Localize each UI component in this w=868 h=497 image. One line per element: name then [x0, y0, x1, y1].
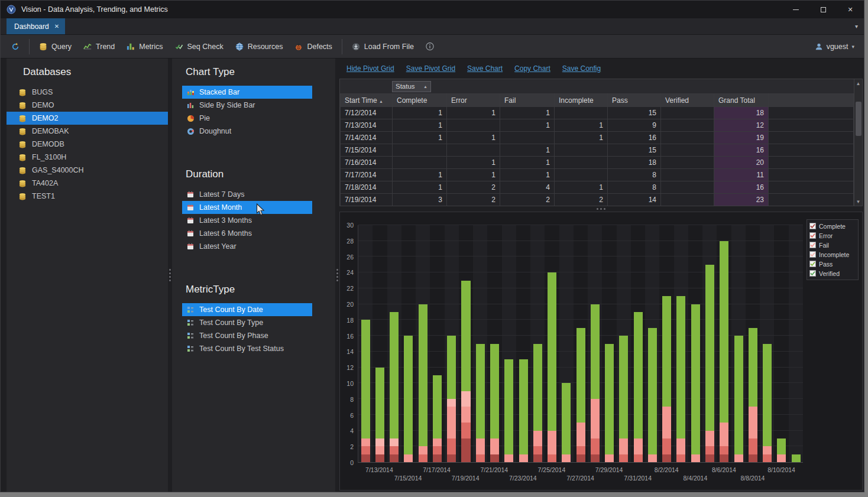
user-menu[interactable]: vguest ▾: [815, 42, 859, 51]
metric-type-test-count-by-date[interactable]: Test Count By Date: [182, 303, 312, 316]
link-copy-chart[interactable]: Copy Chart: [514, 64, 550, 73]
chart-type-doughnut[interactable]: Doughnut: [182, 125, 312, 138]
database-item-gas_s4000ch[interactable]: GAS_S4000CH: [7, 164, 168, 177]
database-item-demo[interactable]: DEMO: [7, 99, 168, 112]
legend-item-pass[interactable]: Pass: [809, 260, 856, 268]
stacked-bar-7-30-2014: [619, 225, 628, 462]
legend-checkbox[interactable]: [809, 223, 816, 229]
link-hide-pivot-grid[interactable]: Hide Pivot Grid: [346, 64, 394, 73]
legend-item-verified[interactable]: Verified: [809, 269, 856, 277]
query-button[interactable]: Query: [33, 38, 77, 55]
defects-button[interactable]: Defects: [289, 38, 338, 55]
pivot-row[interactable]: 7/16/2014111820: [341, 157, 854, 169]
cell-filler: [769, 119, 854, 132]
legend-checkbox[interactable]: [809, 251, 816, 258]
column-header-verified[interactable]: Verified: [661, 94, 714, 107]
database-item-demodb[interactable]: DEMODB: [7, 138, 168, 151]
duration-latest-6-months[interactable]: Latest 6 Months: [182, 227, 312, 240]
pivot-row[interactable]: 7/17/2014111811: [341, 169, 854, 181]
info-button[interactable]: [420, 38, 440, 55]
cell-grand-total: 16: [714, 144, 769, 157]
duration-latest-7-days[interactable]: Latest 7 Days: [182, 188, 312, 201]
duration-latest-3-months[interactable]: Latest 3 Months: [182, 214, 312, 227]
trend-button[interactable]: Trend: [77, 38, 121, 55]
legend-checkbox[interactable]: [809, 261, 816, 267]
link-save-chart[interactable]: Save Chart: [467, 64, 503, 73]
pivot-row[interactable]: 7/19/201432221423: [341, 194, 854, 206]
bar-slot: [545, 225, 559, 462]
legend-checkbox[interactable]: [809, 242, 816, 248]
duration-latest-year[interactable]: Latest Year: [182, 240, 312, 253]
database-item-demo2[interactable]: DEMO2: [7, 112, 168, 125]
toolbar-separator: [342, 39, 342, 54]
metric-type-test-count-by-type[interactable]: Test Count By Type: [182, 316, 312, 329]
scrollbar-thumb[interactable]: [856, 102, 861, 136]
column-header-grand-total[interactable]: Grand Total: [714, 94, 769, 107]
app-logo-icon: [7, 5, 16, 14]
database-item-demobak[interactable]: DEMOBAK: [7, 125, 168, 138]
chart-type-stacked-bar[interactable]: Stacked Bar: [182, 86, 312, 99]
bar-segment-fail: [476, 438, 485, 454]
legend-checkbox[interactable]: [809, 270, 816, 277]
option-label: Latest 3 Months: [199, 216, 252, 225]
database-item-ta402a[interactable]: TA402A: [7, 177, 168, 190]
databases-panel: Databases BUGSDEMODEMO2DEMOBAKDEMODBFL_3…: [7, 59, 168, 492]
duration-latest-month[interactable]: Latest Month: [182, 201, 312, 214]
chart-type-pie[interactable]: Pie: [182, 112, 312, 125]
column-header-pass[interactable]: Pass: [608, 94, 661, 107]
legend-checkbox[interactable]: [809, 232, 816, 239]
database-item-bugs[interactable]: BUGS: [7, 86, 168, 99]
bar-segment-incomplete: [390, 438, 399, 446]
databases-list: BUGSDEMODEMO2DEMOBAKDEMODBFL_3100HGAS_S4…: [7, 86, 168, 203]
bar-segment-error: [419, 454, 427, 462]
column-header-incomplete[interactable]: Incomplete: [555, 94, 608, 107]
database-item-test1[interactable]: TEST1: [7, 190, 168, 203]
load-from-file-button[interactable]: Load From File: [346, 38, 420, 55]
database-item-fl_3100h[interactable]: FL_3100H: [7, 151, 168, 164]
scroll-up-icon[interactable]: ▲: [856, 79, 861, 87]
minimize-button[interactable]: [782, 1, 809, 18]
column-header-complete[interactable]: Complete: [393, 94, 447, 107]
pivot-row[interactable]: 7/14/20141111619: [341, 132, 854, 144]
calendar-icon: [186, 243, 195, 250]
metrics-button[interactable]: Metrics: [121, 38, 169, 55]
close-button[interactable]: ✕: [837, 1, 864, 18]
tab-close-icon[interactable]: ✕: [54, 24, 59, 30]
resources-button[interactable]: Resources: [229, 38, 289, 55]
splitter-mid[interactable]: [335, 59, 339, 492]
maximize-button[interactable]: [809, 1, 837, 18]
legend-item-fail[interactable]: Fail: [809, 241, 856, 249]
legend-item-incomplete[interactable]: Incomplete: [809, 251, 856, 258]
column-header-error[interactable]: Error: [447, 94, 500, 107]
pivot-row[interactable]: 7/15/201411516: [341, 144, 854, 157]
pivot-row[interactable]: 7/13/2014111912: [341, 119, 854, 132]
legend-item-complete[interactable]: Complete: [809, 222, 856, 230]
column-header-start-time[interactable]: Start Time ▲: [341, 94, 393, 107]
tab-list-dropdown-icon[interactable]: ▾: [849, 18, 864, 34]
legend-item-error[interactable]: Error: [809, 232, 856, 239]
bar-slot: [559, 225, 574, 462]
pivot-row[interactable]: 7/12/20141111518: [341, 107, 854, 119]
option-label: Test Count By Phase: [199, 332, 268, 340]
splitter-left[interactable]: [168, 59, 172, 492]
link-save-pivot-grid[interactable]: Save Pivot Grid: [406, 64, 455, 73]
cell-filler: [769, 194, 854, 206]
chart-type-side-by-side-bar[interactable]: Side By Side Bar: [182, 99, 312, 112]
bar-segment-pass: [461, 281, 470, 391]
scroll-down-icon[interactable]: ▼: [856, 197, 861, 206]
seq-check-button[interactable]: Seq Check: [169, 38, 229, 55]
pivot-scrollbar[interactable]: ▲ ▼: [854, 79, 862, 206]
metric-type-test-count-by-test-status[interactable]: Test Count By Test Status: [182, 342, 312, 355]
bar-segment-pass: [749, 328, 757, 407]
refresh-button[interactable]: [5, 38, 25, 55]
tab-dashboard[interactable]: Dashboard ✕: [7, 18, 65, 34]
splitter-horizontal[interactable]: [339, 206, 863, 212]
pivot-row[interactable]: 7/18/20141241816: [341, 181, 854, 194]
metric-type-test-count-by-phase[interactable]: Test Count By Phase: [182, 329, 312, 342]
column-header-fail[interactable]: Fail: [500, 94, 555, 107]
status-filter-button[interactable]: Status ▲: [392, 81, 431, 92]
link-save-config[interactable]: Save Config: [562, 64, 601, 73]
y-axis-tick-label: 26: [346, 254, 354, 261]
bar-segment-pass: [648, 328, 657, 454]
toolbar-button-label: Load From File: [364, 43, 414, 51]
